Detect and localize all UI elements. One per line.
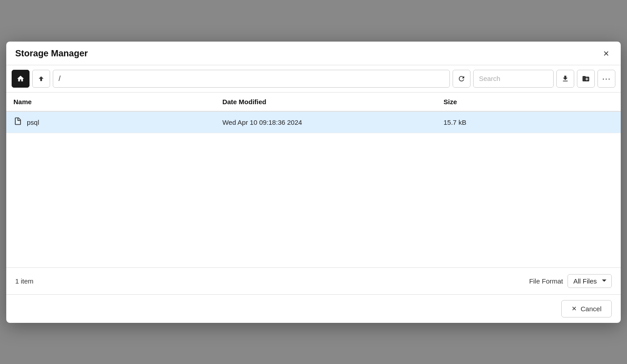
home-icon bbox=[17, 75, 25, 83]
title-bar: Storage Manager × bbox=[6, 42, 621, 65]
cancel-icon: ✕ bbox=[572, 305, 577, 312]
more-button[interactable]: ··· bbox=[597, 70, 615, 88]
refresh-icon bbox=[458, 75, 466, 83]
column-header-size: Size bbox=[436, 93, 621, 111]
file-size: 15.7 kB bbox=[436, 111, 621, 133]
path-input[interactable] bbox=[53, 70, 450, 88]
close-button[interactable]: × bbox=[601, 48, 612, 59]
dialog-title: Storage Manager bbox=[15, 48, 88, 59]
item-count: 1 item bbox=[15, 277, 34, 285]
new-folder-icon bbox=[581, 75, 590, 83]
cancel-label: Cancel bbox=[580, 305, 602, 313]
toolbar: ··· bbox=[6, 65, 621, 93]
up-button[interactable] bbox=[32, 70, 50, 88]
column-header-name: Name bbox=[6, 93, 215, 111]
storage-manager-dialog: Storage Manager × bbox=[6, 42, 621, 323]
more-icon: ··· bbox=[602, 73, 611, 84]
file-name-cell: psql bbox=[6, 111, 215, 133]
new-folder-button[interactable] bbox=[577, 70, 595, 88]
home-button[interactable] bbox=[12, 70, 30, 88]
up-arrow-icon bbox=[38, 75, 45, 82]
table-header-row: Name Date Modified Size bbox=[6, 93, 621, 111]
file-table-area: Name Date Modified Size psql Wed Ap bbox=[6, 93, 621, 267]
download-icon bbox=[561, 75, 569, 83]
cancel-button[interactable]: ✕ Cancel bbox=[561, 300, 612, 317]
file-icon bbox=[13, 116, 22, 128]
file-table: Name Date Modified Size psql Wed Ap bbox=[6, 93, 621, 133]
file-format-label: File Format bbox=[529, 277, 563, 285]
file-name: psql bbox=[27, 119, 39, 126]
footer: 1 item File Format All Files bbox=[6, 267, 621, 294]
table-row[interactable]: psql Wed Apr 10 09:18:36 2024 15.7 kB bbox=[6, 111, 621, 133]
refresh-button[interactable] bbox=[453, 70, 470, 88]
file-date: Wed Apr 10 09:18:36 2024 bbox=[215, 111, 436, 133]
download-button[interactable] bbox=[556, 70, 574, 88]
empty-area bbox=[6, 133, 621, 267]
search-input[interactable] bbox=[473, 70, 554, 88]
column-header-date: Date Modified bbox=[215, 93, 436, 111]
action-footer: ✕ Cancel bbox=[6, 294, 621, 323]
file-format-select[interactable]: All Files bbox=[568, 274, 612, 288]
file-format-area: File Format All Files bbox=[529, 274, 612, 288]
